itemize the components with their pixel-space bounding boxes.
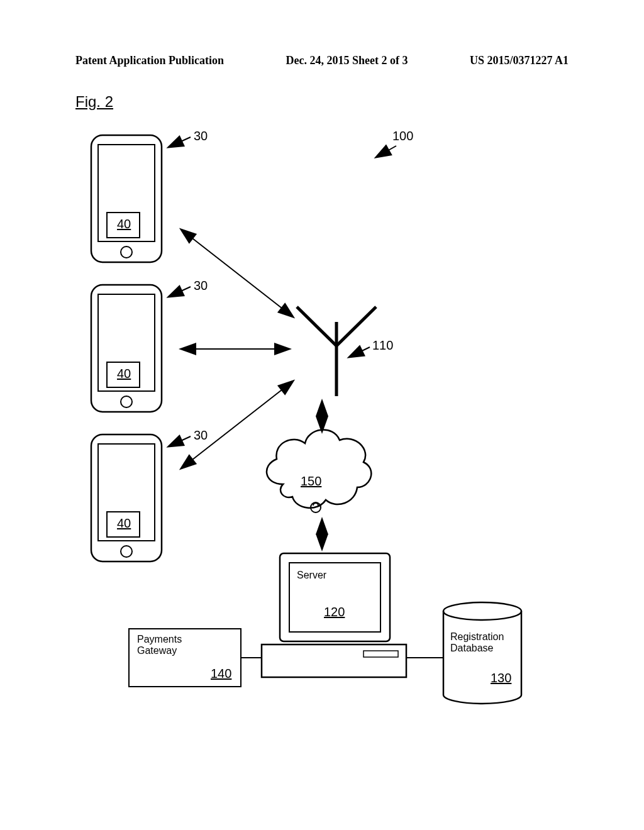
ref-phone-2: 30 [194, 279, 208, 292]
svg-point-9 [121, 396, 132, 407]
header-right: US 2015/0371227 A1 [470, 54, 569, 67]
ref-regdb: 130 [491, 671, 511, 685]
svg-line-16 [169, 436, 191, 446]
ref-card-2: 40 [117, 367, 131, 380]
svg-line-6 [169, 137, 191, 147]
ref-phone-3: 30 [194, 428, 208, 442]
regdb-label-line1: Registration [450, 631, 504, 642]
svg-line-22 [181, 230, 293, 317]
ref-system: 100 [392, 129, 413, 143]
svg-line-17 [376, 146, 396, 157]
svg-rect-30 [262, 645, 406, 677]
svg-rect-31 [364, 651, 398, 657]
svg-rect-7 [91, 285, 162, 412]
ref-server: 120 [324, 605, 345, 619]
ref-card-1: 40 [117, 217, 131, 231]
phone-device-2 [91, 285, 162, 412]
antenna-icon [297, 307, 376, 396]
page-header: Patent Application Publication Dec. 24, … [0, 54, 644, 67]
diagram-container: 40 30 40 30 40 30 100 110 150 [75, 132, 566, 711]
ref-cloud: 150 [301, 474, 321, 488]
ref-antenna: 110 [372, 338, 393, 352]
svg-line-11 [169, 287, 191, 297]
header-left: Patent Application Publication [75, 54, 224, 67]
svg-rect-12 [91, 434, 162, 562]
phone-device-1 [91, 135, 162, 262]
svg-line-18 [297, 307, 336, 346]
svg-rect-28 [280, 553, 390, 641]
svg-line-21 [349, 347, 370, 357]
header-center: Dec. 24, 2015 Sheet 2 of 3 [286, 54, 408, 67]
figure-svg: 40 30 40 30 40 30 100 110 150 [75, 132, 566, 711]
regdb-label-line2: Database [450, 643, 494, 653]
ref-phone-1: 30 [194, 129, 208, 143]
ref-payments: 140 [211, 667, 231, 680]
svg-point-14 [121, 546, 132, 557]
cloud-icon [267, 430, 371, 512]
server-label: Server [297, 570, 327, 580]
svg-point-33 [443, 602, 521, 620]
figure-label: Fig. 2 [75, 93, 113, 111]
svg-point-4 [121, 246, 132, 258]
phone-device-3 [91, 434, 162, 562]
payments-label-line2: Gateway [137, 645, 177, 656]
svg-line-19 [336, 307, 376, 346]
ref-card-3: 40 [117, 516, 131, 530]
payments-label-line1: Payments [137, 634, 182, 645]
svg-rect-2 [91, 135, 162, 262]
